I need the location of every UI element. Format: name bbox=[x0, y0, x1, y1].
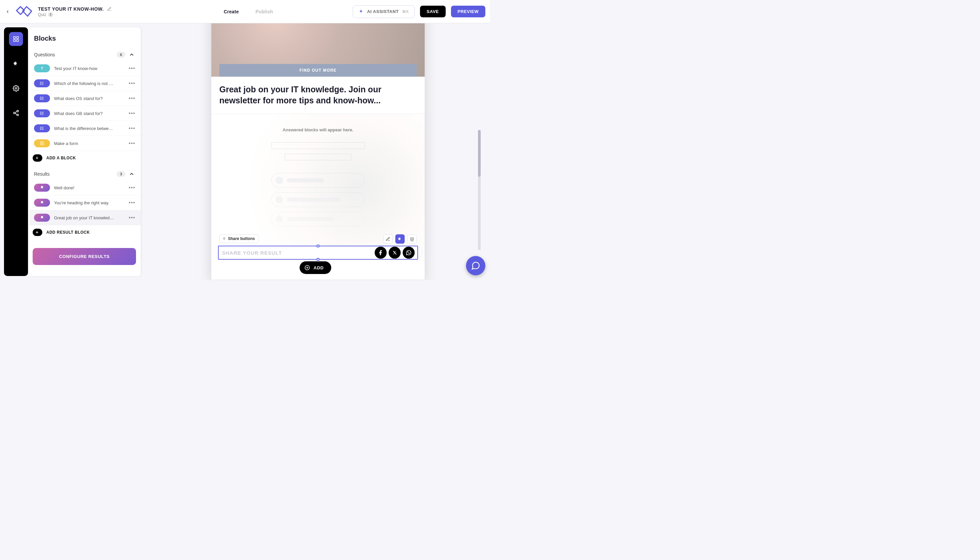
edit-element-button[interactable] bbox=[383, 234, 393, 244]
facebook-share-icon[interactable] bbox=[375, 247, 387, 259]
rail-settings-icon[interactable] bbox=[9, 81, 23, 95]
questions-section-header[interactable]: Questions 6 bbox=[28, 48, 141, 61]
result-block-item[interactable]: Well done! ••• bbox=[29, 180, 141, 195]
block-label: What does OS stand for? bbox=[54, 96, 128, 101]
x-share-icon[interactable] bbox=[389, 247, 401, 259]
svg-point-23 bbox=[40, 99, 41, 100]
nav-create[interactable]: Create bbox=[224, 9, 239, 14]
topbar: TEST YOUR IT KNOW-HOW. Quiz i Create Pub… bbox=[0, 0, 490, 23]
block-label: Which of the following is not … bbox=[54, 81, 128, 86]
style-element-button[interactable] bbox=[395, 234, 405, 244]
edit-title-icon[interactable] bbox=[107, 7, 112, 11]
svg-point-21 bbox=[40, 97, 41, 97]
ai-assistant-shortcut: ⌘K bbox=[402, 9, 409, 14]
svg-point-34 bbox=[40, 128, 41, 128]
rail-blocks-icon[interactable] bbox=[9, 32, 23, 46]
result-block-item-selected[interactable]: Great job on your IT knowled… ••• bbox=[29, 210, 141, 225]
block-label: Great job on your IT knowled… bbox=[54, 215, 128, 220]
more-icon[interactable]: ••• bbox=[128, 95, 136, 101]
canvas-add-label: ADD bbox=[314, 265, 324, 270]
multichoice-block-icon bbox=[34, 94, 50, 102]
rail-share-icon[interactable] bbox=[9, 106, 23, 120]
app-logo-icon[interactable] bbox=[16, 3, 33, 20]
drag-handle-icon[interactable]: ⠿ bbox=[223, 237, 225, 241]
find-out-more-button[interactable]: FIND OUT MORE bbox=[219, 64, 417, 77]
question-block-item[interactable]: Which of the following is not … ••• bbox=[29, 76, 141, 91]
svg-line-10 bbox=[15, 111, 17, 112]
rail-design-icon[interactable] bbox=[9, 57, 23, 71]
hero-image[interactable]: FIND OUT MORE bbox=[211, 23, 425, 77]
answered-placeholder-text: Answered blocks will appear here. bbox=[219, 127, 417, 132]
back-button[interactable] bbox=[5, 9, 11, 15]
more-icon[interactable]: ••• bbox=[128, 140, 136, 146]
question-block-item[interactable]: What is the difference betwe… ••• bbox=[29, 121, 141, 136]
more-icon[interactable]: ••• bbox=[128, 65, 136, 71]
info-icon[interactable]: i bbox=[48, 12, 53, 17]
results-label: Results bbox=[34, 171, 50, 177]
scrollbar-track[interactable] bbox=[478, 130, 481, 250]
resize-handle-bottom[interactable] bbox=[317, 258, 319, 261]
ghost-bar bbox=[285, 154, 351, 160]
whatsapp-share-icon[interactable] bbox=[403, 247, 415, 259]
result-block-icon bbox=[34, 214, 50, 222]
result-headline[interactable]: Great job on your IT knowledge. Join our… bbox=[211, 77, 425, 110]
ghost-option bbox=[271, 212, 365, 226]
svg-point-15 bbox=[40, 82, 41, 82]
share-buttons-chip[interactable]: ⠿ Share buttons bbox=[219, 234, 259, 243]
resize-handle-top[interactable] bbox=[317, 245, 319, 247]
nav-publish[interactable]: Publish bbox=[256, 9, 273, 14]
multichoice-block-icon bbox=[34, 124, 50, 132]
add-result-label: ADD RESULT BLOCK bbox=[46, 230, 90, 235]
plus-icon bbox=[33, 154, 42, 162]
question-block-form[interactable]: Make a form ••• bbox=[29, 136, 141, 151]
more-icon[interactable]: ••• bbox=[128, 80, 136, 86]
svg-point-7 bbox=[17, 110, 19, 112]
share-result-element[interactable]: SHARE YOUR RESULT bbox=[218, 246, 418, 260]
svg-point-9 bbox=[17, 114, 19, 116]
save-button[interactable]: SAVE bbox=[420, 6, 445, 17]
result-block-item[interactable]: You're heading the right way. ••• bbox=[29, 195, 141, 210]
question-block-item[interactable]: What does OS stand for? ••• bbox=[29, 91, 141, 106]
ghost-option bbox=[271, 173, 365, 188]
more-icon[interactable]: ••• bbox=[128, 215, 136, 221]
delete-element-button[interactable] bbox=[407, 234, 417, 244]
svg-line-11 bbox=[15, 113, 17, 114]
chevron-up-icon bbox=[129, 52, 135, 58]
more-icon[interactable]: ••• bbox=[128, 110, 136, 116]
block-label: Well done! bbox=[54, 185, 128, 190]
block-label: Test your IT know-how bbox=[54, 66, 128, 71]
ghost-option bbox=[271, 192, 365, 207]
chevron-up-icon bbox=[129, 171, 135, 177]
panel-title: Blocks bbox=[28, 27, 141, 48]
ai-assistant-button[interactable]: AI ASSISTANT ⌘K bbox=[353, 5, 415, 18]
plus-icon bbox=[33, 229, 42, 236]
question-block-title[interactable]: T Test your IT know-how ••• bbox=[29, 61, 141, 76]
multichoice-block-icon bbox=[34, 79, 50, 87]
blocks-panel: Blocks Questions 6 T Test your IT know-h… bbox=[28, 27, 141, 276]
add-block-label: ADD A BLOCK bbox=[46, 156, 76, 160]
form-block-icon bbox=[34, 139, 50, 147]
page-title: TEST YOUR IT KNOW-HOW. bbox=[38, 6, 104, 12]
block-label: You're heading the right way. bbox=[54, 200, 128, 205]
configure-results-button[interactable]: CONFIGURE RESULTS bbox=[33, 248, 136, 265]
preview-button[interactable]: PREVIEW bbox=[451, 6, 485, 17]
svg-point-6 bbox=[15, 88, 17, 89]
add-result-button[interactable]: ADD RESULT BLOCK bbox=[28, 225, 141, 242]
question-block-item[interactable]: What does GB stand for? ••• bbox=[29, 106, 141, 121]
more-icon[interactable]: ••• bbox=[128, 125, 136, 131]
more-icon[interactable]: ••• bbox=[128, 185, 136, 191]
more-icon[interactable]: ••• bbox=[128, 200, 136, 206]
project-type-label: Quiz bbox=[38, 12, 46, 17]
canvas-add-button[interactable]: ADD bbox=[300, 261, 331, 274]
svg-point-33 bbox=[40, 127, 41, 127]
add-block-button[interactable]: ADD A BLOCK bbox=[28, 151, 141, 168]
svg-rect-2 bbox=[14, 37, 16, 39]
svg-point-22 bbox=[40, 98, 41, 98]
results-section-header[interactable]: Results 3 bbox=[28, 168, 141, 180]
questions-label: Questions bbox=[34, 52, 55, 57]
result-block-icon bbox=[34, 199, 50, 207]
chat-bubble-button[interactable] bbox=[466, 256, 485, 275]
svg-point-29 bbox=[40, 114, 41, 115]
scrollbar-thumb[interactable] bbox=[478, 130, 481, 177]
block-label: Make a form bbox=[54, 141, 128, 146]
